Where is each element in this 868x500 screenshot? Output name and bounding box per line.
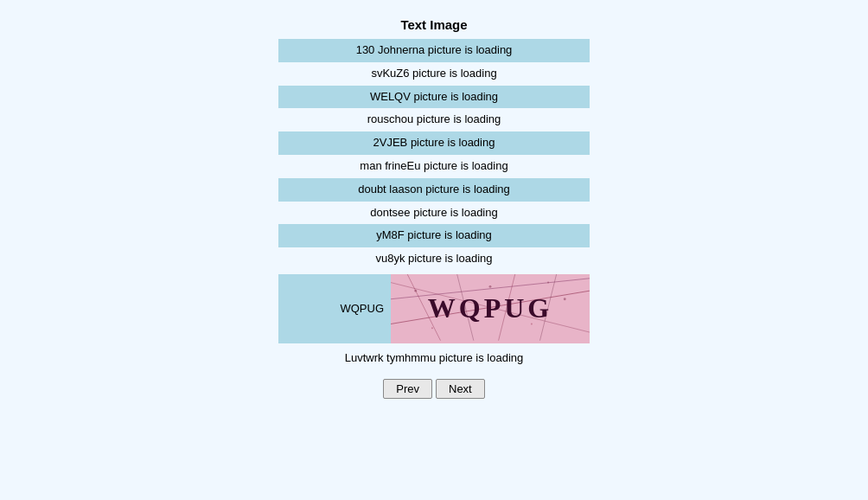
item-row-2: WELQV picture is loading <box>278 86 590 109</box>
item-row-3: rouschou picture is loading <box>278 108 590 131</box>
captcha-image: WQPUG <box>391 274 590 343</box>
item-row-4: 2VJEB picture is loading <box>278 131 590 155</box>
captcha-row: WQPUG WQPUG <box>278 274 590 343</box>
item-row-6: doubt laason picture is loading <box>278 178 590 202</box>
page-title: Text Image <box>400 17 467 32</box>
next-button[interactable]: Next <box>436 379 485 399</box>
svg-point-9 <box>489 285 492 288</box>
item-row-7: dontsee picture is loading <box>278 202 590 225</box>
last-item: Luvtwrk tymhmmu picture is loading <box>278 347 590 370</box>
item-row-9: vu8yk picture is loading <box>278 247 590 271</box>
item-row-5: man frineEu picture is loading <box>278 155 590 178</box>
captcha-label-text: WQPUG <box>340 302 384 315</box>
svg-point-11 <box>564 298 566 300</box>
page-container: Text Image 130 Johnerna picture is loadi… <box>0 0 868 399</box>
captcha-label: WQPUG <box>278 274 391 343</box>
item-row-8: yM8F picture is loading <box>278 224 590 247</box>
prev-button[interactable]: Prev <box>383 379 432 399</box>
rows-container: 130 Johnerna picture is loadingsvKuZ6 pi… <box>278 39 590 271</box>
svg-point-13 <box>547 282 549 284</box>
captcha-display-text: WQPUG <box>428 292 552 324</box>
svg-point-12 <box>431 327 433 329</box>
nav-buttons: Prev Next <box>383 379 484 399</box>
svg-point-7 <box>414 290 417 292</box>
item-row-0: 130 Johnerna picture is loading <box>278 39 590 62</box>
item-row-1: svKuZ6 picture is loading <box>278 62 590 86</box>
